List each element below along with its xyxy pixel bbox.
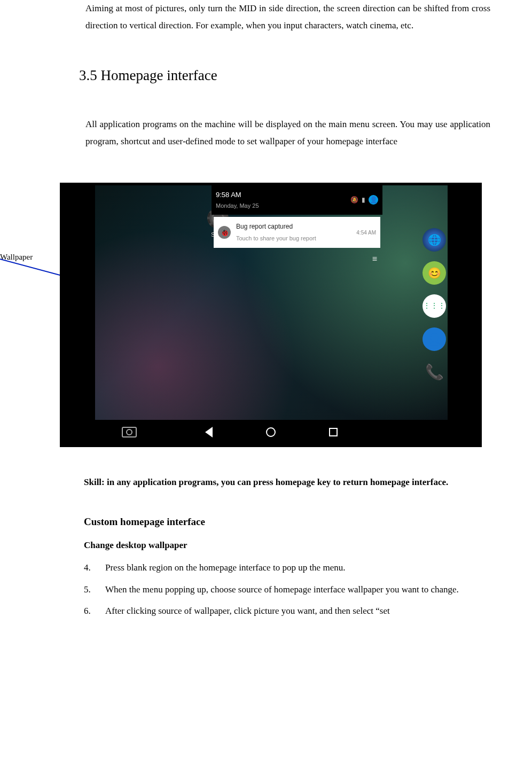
back-button[interactable] — [205, 427, 213, 437]
step-text: Press blank region on the homepage inter… — [105, 559, 490, 576]
list-item: 5. When the menu popping up, choose sour… — [84, 581, 490, 598]
notification-title: Bug report captured — [236, 221, 351, 233]
step-number: 5. — [84, 581, 105, 598]
camera-icon[interactable] — [122, 427, 137, 437]
list-item: 4. Press blank region on the homepage in… — [84, 559, 490, 576]
section-body: All application programs on the machine … — [85, 116, 490, 151]
shade-menu-icon[interactable]: ≡ — [372, 251, 377, 267]
battery-icon: ▮ — [362, 194, 365, 206]
user-avatar-icon[interactable]: 👤 — [369, 195, 378, 205]
home-button[interactable] — [266, 427, 276, 437]
browser-icon[interactable]: 🌐 — [423, 228, 446, 252]
step-text: When the menu popping up, choose source … — [105, 581, 490, 598]
homepage-screenshot: Settin 9:58 AM Monday, May 25 🔕 ▮ 👤 — [60, 183, 482, 447]
system-nav-bar — [95, 420, 448, 444]
step-text: After clicking source of wallpaper, clic… — [105, 603, 490, 620]
recents-button[interactable] — [329, 428, 338, 436]
callout-wallpaper: Wallpaper — [0, 183, 53, 262]
wallpaper-steps: 4. Press blank region on the homepage in… — [84, 559, 490, 620]
notification-time: 4:54 AM — [356, 228, 376, 238]
custom-heading: Custom homepage interface — [84, 512, 490, 531]
skill-note: Skill: in any application programs, you … — [84, 474, 490, 491]
section-heading-3-5: 3.5 Homepage interface — [79, 67, 490, 84]
shade-date: Monday, May 25 — [216, 200, 259, 212]
step-number: 4. — [84, 559, 105, 576]
notification-subtitle: Touch to share your bug report — [236, 233, 351, 244]
notification-item[interactable]: 🐞 Bug report captured Touch to share you… — [214, 217, 380, 248]
app-dock: 🌐 😊 ⋮⋮⋮ 👤 📞 — [421, 228, 448, 384]
list-item: 6. After clicking source of wallpaper, c… — [84, 603, 490, 620]
bug-icon: 🐞 — [218, 226, 231, 239]
step-number: 6. — [84, 603, 105, 620]
wallpaper-heading: Change desktop wallpaper — [84, 537, 490, 554]
intro-paragraph: Aiming at most of pictures, only turn th… — [85, 0, 490, 35]
shade-time: 9:58 AM — [216, 189, 259, 202]
silent-icon: 🔕 — [350, 194, 358, 206]
notification-shade[interactable]: 9:58 AM Monday, May 25 🔕 ▮ 👤 🐞 Bug repor… — [212, 185, 382, 271]
phone-icon[interactable]: 📞 — [423, 361, 446, 384]
screen-area: Settin 9:58 AM Monday, May 25 🔕 ▮ 👤 — [95, 185, 448, 444]
contacts-icon[interactable]: 👤 — [423, 327, 446, 351]
messaging-icon[interactable]: 😊 — [423, 261, 446, 285]
all-apps-icon[interactable]: ⋮⋮⋮ — [423, 294, 446, 318]
shade-header: 9:58 AM Monday, May 25 🔕 ▮ 👤 — [212, 185, 382, 215]
